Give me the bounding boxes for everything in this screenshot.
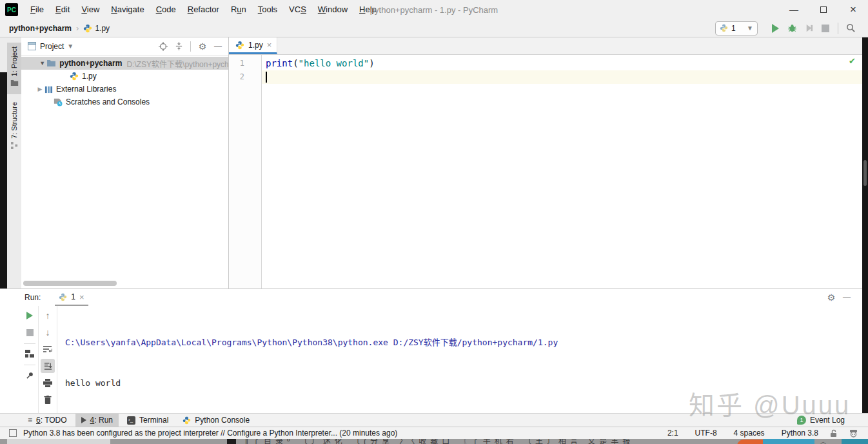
toggle-toolwindows-icon[interactable] [9,429,17,437]
run-button[interactable] [767,21,784,35]
code-token-string: "hello world" [299,58,370,68]
stop-button[interactable] [23,325,37,339]
pin-tab-icon[interactable] [23,368,37,382]
search-everywhere-icon[interactable] [842,21,859,35]
soft-wrap-icon[interactable] [41,342,55,356]
caret-position[interactable]: 2:1 [667,429,678,438]
line-number: 2 [229,72,244,81]
close-tab-icon[interactable]: × [79,292,84,302]
hide-tool-window-icon[interactable]: — [210,39,226,54]
highlighting-level-icon[interactable] [849,429,858,438]
status-message[interactable]: Python 3.8 has been configured as the pr… [23,429,397,438]
run-panel-title: Run: [25,293,41,302]
project-tree: ▼ python+pycharm D:\ZSY软件下载\python+pycha… [21,57,228,108]
menu-vcs[interactable]: VCS [283,0,312,19]
collapse-all-icon[interactable] [171,39,186,54]
run-tab[interactable]: 1 × [55,289,88,306]
inspection-ok-icon[interactable]: ✔ [849,56,856,66]
chevron-collapsed-icon[interactable]: ▶ [35,86,44,92]
interpreter-selector[interactable]: Python 3.8 [782,429,818,438]
menu-run[interactable]: Run [225,0,252,19]
run-configuration-select[interactable]: 1 ▼ [715,21,758,35]
run-with-coverage-button[interactable] [800,21,817,35]
rerun-button[interactable] [23,308,37,323]
file-name: 1.py [82,72,97,81]
menu-file[interactable]: File [25,0,50,19]
background-strip-text: ‖了目录º 〔〕迷化 〔(分享 〉〈收藏口 〖了手机看 〔王〕相言 又是羊报 [245,439,634,444]
scroll-to-end-icon[interactable] [41,359,55,373]
hide-tool-window-icon[interactable]: — [839,290,854,305]
event-log-button[interactable]: 1 Event Log [797,416,845,425]
toolbar-divider [24,365,35,365]
chevron-expanded-icon[interactable]: ▼ [38,60,46,66]
project-tab-label: 1: Project [10,46,18,76]
horizontal-scrollbar[interactable] [23,281,117,286]
menu-window[interactable]: Window [312,0,353,19]
menu-tools[interactable]: Tools [252,0,283,19]
run-configuration-name: 1 [731,24,736,33]
gear-icon[interactable]: ⚙ [195,39,210,54]
tool-window-run[interactable]: 4: Run [75,414,119,427]
tree-row-external-libraries[interactable]: ▶ External Libraries [21,83,228,96]
scratches-icon [54,97,63,106]
menu-edit[interactable]: Edit [50,0,75,19]
minimize-window-icon[interactable]: — [779,0,809,19]
select-opened-file-icon[interactable] [155,39,171,54]
terminal-label: Terminal [139,416,168,425]
tool-window-terminal[interactable]: ›_ Terminal [121,414,174,427]
gear-icon[interactable]: ⚙ [824,290,839,305]
up-stack-trace-icon[interactable]: ↑ [41,308,55,323]
libraries-icon [44,85,53,94]
editor-body[interactable]: 1 2 print("hello world") ✔ [229,55,862,288]
menu-code[interactable]: Code [150,0,182,19]
sidebar-tab-project[interactable]: 1: Project [7,43,21,94]
debug-button[interactable] [784,21,800,35]
tree-row-scratches[interactable]: Scratches and Consoles [21,96,228,108]
external-libraries-label: External Libraries [56,85,116,94]
line-number: 1 [229,59,244,68]
code-line-1: print("hello world") [266,57,375,70]
indent-style[interactable]: 4 spaces [734,429,765,438]
print-icon[interactable] [41,376,55,390]
project-tool-window-header: Project ▼ ⚙ — [21,37,228,56]
sidebar-tab-structure[interactable]: 7: Structure [7,102,21,157]
restore-layout-icon[interactable] [23,347,37,361]
unlock-icon[interactable] [830,429,838,438]
toolbar-divider [838,23,838,34]
tool-window-python-console[interactable]: Python Console [177,414,255,427]
python-file-icon [59,293,67,301]
menu-view[interactable]: View [75,0,105,19]
python-file-icon [83,24,92,33]
close-tab-icon[interactable]: × [267,40,272,50]
pycharm-logo-icon: PC [5,3,18,16]
breadcrumb-file[interactable]: 1.py [95,24,110,33]
python-file-icon [235,41,244,50]
tool-window-todo[interactable]: ≡ 6: TODO [22,414,73,427]
maximize-window-icon[interactable] [809,0,838,19]
structure-icon [11,142,18,149]
file-encoding[interactable]: UTF-8 [695,429,717,438]
todo-list-icon: ≡ [28,416,32,425]
project-header-title[interactable]: Project [40,42,64,51]
breadcrumb-project[interactable]: python+pycharm [9,24,72,33]
console-command-line: C:\Users\yanfa\AppData\Local\Programs\Py… [65,336,862,349]
run-tool-window: Run: 1 × ⚙ — [0,288,862,413]
menu-refactor[interactable]: Refactor [182,0,225,19]
code-token-print: print [266,58,293,68]
stop-button[interactable] [817,21,834,35]
menu-help[interactable]: Help [353,0,382,19]
console-toolbar: ↑ ↓ [39,306,57,413]
editor-gutter: 1 2 [229,55,262,288]
close-window-icon[interactable]: × [838,0,868,19]
project-tool-window: Project ▼ ⚙ — ▼ python+pycharm [21,37,229,288]
scratches-label: Scratches and Consoles [66,97,150,106]
clear-console-icon[interactable] [41,392,55,407]
editor-tab-1py[interactable]: 1.py × [229,37,277,54]
tree-row-file[interactable]: 1.py [21,70,228,83]
background-window-sliver-bottom: ‖了目录º 〔〕迷化 〔(分享 〉〈收藏口 〖了手机看 〔王〕相言 又是羊报 ︿ [0,439,868,444]
terminal-icon: ›_ [127,416,135,425]
toolbar-divider [24,343,35,344]
menu-navigate[interactable]: Navigate [105,0,150,19]
down-stack-trace-icon[interactable]: ↓ [41,325,55,339]
tree-row-project-root[interactable]: ▼ python+pycharm D:\ZSY软件下载\python+pycha [21,57,228,70]
